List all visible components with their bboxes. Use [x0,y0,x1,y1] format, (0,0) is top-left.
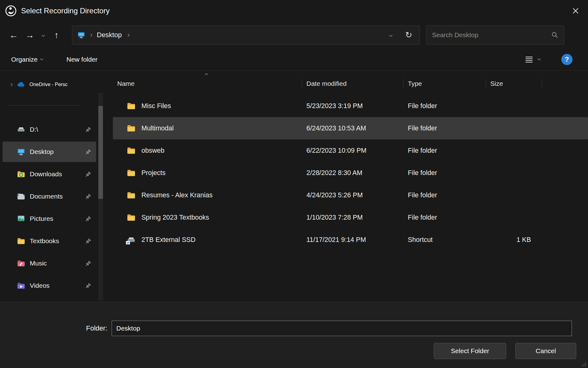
file-name: Misc Files [141,102,171,110]
file-type: File folder [403,125,486,132]
up-button[interactable]: ↑ [48,26,65,44]
folder-icon [127,124,136,133]
navigation-bar: ← → ↑ Desktop ↻ [0,22,588,48]
music-icon [17,259,25,268]
toolbar-right-group: ? [521,52,581,67]
file-name: Spring 2023 Textbooks [141,214,209,221]
file-row[interactable]: obsweb 6/22/2023 10:09 PM File folder [113,139,588,162]
sidebar-item-d-drive[interactable]: D:\ [2,119,96,140]
file-row-selected[interactable]: Multimodal 6/24/2023 10:53 AM File folde… [113,117,588,139]
dialog-buttons: Select Folder Cancel [0,343,588,359]
sidebar-item-label: Music [30,260,47,267]
folder-icon [127,101,136,111]
file-type: File folder [403,169,486,177]
pin-icon [85,215,92,222]
address-dropdown-icon[interactable] [390,33,393,37]
shortcut-arrow-icon [126,241,130,244]
sidebar-item-onedrive[interactable]: OneDrive - Persc [2,75,96,94]
command-toolbar: Organize New folder ? [0,48,588,71]
sidebar-item-documents[interactable]: Documents [2,186,96,207]
file-row[interactable]: Resumes - Alex Kranias 4/24/2023 5:26 PM… [113,184,588,206]
pin-icon [85,148,92,155]
sidebar-item-videos[interactable]: Videos [2,275,96,296]
close-button[interactable] [563,0,588,22]
resize-grip[interactable] [581,361,586,366]
help-button[interactable]: ? [561,54,572,65]
scrollbar-thumb[interactable] [98,106,103,199]
sidebar-item-downloads[interactable]: Downloads [2,164,96,184]
back-icon: ← [9,30,18,40]
folder-icon [17,237,25,245]
address-bar[interactable]: Desktop ↻ [72,25,420,45]
pin-icon [85,260,92,267]
search-box[interactable] [426,25,564,45]
dialog-footer: Folder: Select Folder Cancel [0,302,588,368]
desktop-icon [17,147,25,156]
folder-field-row: Folder: [0,321,588,336]
folder-name-input[interactable] [112,321,572,336]
chevron-down-icon [40,57,43,60]
file-date: 1/10/2023 7:28 PM [302,214,403,221]
breadcrumb-chevron-icon[interactable] [126,34,130,36]
forward-icon: → [25,30,34,40]
videos-icon [17,281,25,290]
file-type: File folder [403,147,486,155]
column-header-name[interactable]: Name [113,75,302,92]
file-type: File folder [403,102,486,110]
help-label: ? [565,55,569,64]
organize-label: Organize [11,56,38,63]
select-folder-button[interactable]: Select Folder [434,343,506,359]
search-icon [551,31,559,39]
title-bar: Select Recording Directory [0,0,588,22]
sidebar-item-desktop[interactable]: Desktop [2,142,96,162]
file-type: Shortcut [403,236,486,244]
file-name: Resumes - Alex Kranias [141,191,212,199]
file-size: 1 KB [486,236,539,244]
pictures-icon [17,214,25,223]
obs-logo-icon [5,5,17,17]
back-button[interactable]: ← [6,26,22,44]
file-list-panel: Name Date modified Type Size Misc Files … [105,71,588,302]
recent-locations-button[interactable] [38,26,48,44]
file-row[interactable]: Spring 2023 Textbooks 1/10/2023 7:28 PM … [113,206,588,229]
expand-chevron-icon[interactable] [10,83,13,86]
sidebar-item-textbooks[interactable]: Textbooks [2,231,96,251]
file-date: 2/28/2022 8:30 AM [302,169,403,177]
refresh-button[interactable]: ↻ [405,31,412,39]
file-type: File folder [403,191,486,199]
organize-menu-button[interactable]: Organize [7,53,47,66]
pin-icon [85,238,92,244]
drive-icon [17,125,25,134]
chevron-down-icon [538,57,541,60]
cancel-button[interactable]: Cancel [515,343,576,359]
forward-button[interactable]: → [22,26,38,44]
breadcrumb-location[interactable]: Desktop [93,31,126,39]
file-row[interactable]: 2TB External SSD 11/17/2021 9:14 PM Shor… [113,229,588,251]
new-folder-button[interactable]: New folder [62,53,102,66]
sidebar-item-label: Desktop [30,148,54,156]
file-name: Projects [141,169,166,177]
sidebar-item-label: Textbooks [30,237,59,245]
sidebar-scrollbar[interactable] [98,93,103,300]
breadcrumb-chevron-icon[interactable] [88,34,93,36]
up-icon: ↑ [54,30,59,40]
sidebar-item-pictures[interactable]: Pictures [2,208,96,229]
file-row[interactable]: Projects 2/28/2022 8:30 AM File folder [113,162,588,184]
column-header-date[interactable]: Date modified [302,75,403,92]
onedrive-cloud-icon [16,80,25,89]
file-name: Multimodal [141,125,174,132]
file-row[interactable]: Misc Files 5/23/2023 3:19 PM File folder [113,95,588,117]
search-input[interactable] [432,31,551,39]
change-view-button[interactable] [521,52,543,67]
sidebar-item-music[interactable]: Music [2,253,96,274]
sidebar-item-label: Videos [30,282,50,289]
file-type: File folder [403,214,486,221]
file-name: obsweb [141,147,164,155]
window-title: Select Recording Directory [21,7,109,15]
downloads-icon [17,170,25,178]
column-header-size[interactable]: Size [486,75,542,92]
file-rows: Misc Files 5/23/2023 3:19 PM File folder… [113,95,588,251]
column-header-type[interactable]: Type [403,75,486,92]
sidebar-divider [7,105,81,106]
pin-icon [85,193,92,200]
